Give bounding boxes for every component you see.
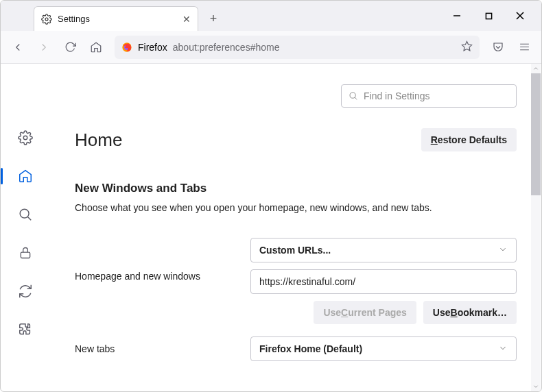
- newtabs-mode-value: Firefox Home (Default): [259, 343, 362, 354]
- main-panel: Find in Settings Home Restore Defaults N…: [50, 64, 541, 391]
- maximize-button[interactable]: [473, 5, 504, 27]
- svg-point-15: [350, 93, 355, 98]
- newtabs-label: New tabs: [75, 343, 239, 354]
- close-window-button[interactable]: [504, 5, 536, 27]
- section-description: Choose what you see when you open your h…: [75, 202, 517, 213]
- bookmark-star-icon[interactable]: [461, 40, 473, 54]
- svg-point-12: [20, 209, 29, 218]
- home-button[interactable]: [84, 36, 108, 59]
- newtabs-mode-select[interactable]: Firefox Home (Default): [250, 336, 517, 361]
- use-bookmark-button[interactable]: Use Bookmark…: [423, 301, 517, 324]
- svg-marker-7: [462, 41, 471, 50]
- titlebar: Settings ✕ +: [1, 1, 541, 31]
- gear-icon: [41, 14, 52, 25]
- sidebar-item-sync[interactable]: [16, 282, 35, 301]
- scroll-down-arrow[interactable]: [531, 382, 541, 391]
- svg-rect-14: [21, 252, 30, 258]
- search-icon: [349, 91, 358, 101]
- sidebar-item-general[interactable]: [16, 128, 35, 147]
- back-button[interactable]: [6, 36, 30, 59]
- reload-button[interactable]: [58, 36, 82, 59]
- homepage-mode-value: Custom URLs...: [259, 245, 331, 256]
- sidebar-item-home[interactable]: [16, 167, 35, 186]
- section-title: New Windows and Tabs: [75, 182, 517, 195]
- url-bar[interactable]: Firefox about:preferences#home: [115, 36, 480, 59]
- tabstrip: Settings ✕ +: [1, 1, 441, 31]
- vertical-scrollbar[interactable]: [531, 64, 541, 391]
- svg-point-0: [45, 18, 48, 21]
- sidebar-item-search[interactable]: [16, 205, 35, 224]
- svg-line-13: [27, 217, 31, 220]
- forward-button[interactable]: [32, 36, 56, 59]
- minimize-button[interactable]: [441, 5, 473, 27]
- sidebar-item-privacy[interactable]: [16, 243, 35, 262]
- homepage-url-input[interactable]: [250, 269, 517, 294]
- search-placeholder: Find in Settings: [364, 90, 430, 101]
- window-controls: [441, 1, 541, 31]
- search-input[interactable]: Find in Settings: [341, 84, 517, 108]
- svg-line-16: [355, 97, 357, 99]
- tab-title: Settings: [58, 14, 90, 24]
- new-tab-button[interactable]: +: [202, 8, 224, 29]
- tab-settings[interactable]: Settings ✕: [34, 6, 198, 31]
- scroll-up-arrow[interactable]: [531, 64, 541, 73]
- scrollbar-thumb[interactable]: [531, 73, 541, 195]
- svg-rect-2: [486, 13, 491, 19]
- chevron-down-icon: [498, 343, 508, 355]
- identity-label: Firefox: [138, 42, 167, 53]
- url-text: about:preferences#home: [173, 42, 280, 53]
- svg-point-11: [23, 136, 27, 140]
- restore-defaults-button[interactable]: Restore Defaults: [421, 128, 517, 151]
- chevron-down-icon: [498, 245, 508, 256]
- use-current-pages-button[interactable]: Use Current Pages: [314, 301, 416, 324]
- sidebar-item-extensions[interactable]: [16, 320, 35, 339]
- homepage-mode-select[interactable]: Custom URLs...: [250, 238, 517, 262]
- page-title: Home: [75, 130, 122, 151]
- pocket-button[interactable]: [486, 36, 510, 59]
- navigation-toolbar: Firefox about:preferences#home: [1, 31, 541, 64]
- category-sidebar: [1, 64, 50, 391]
- homepage-label: Homepage and new windows: [75, 238, 239, 282]
- firefox-icon: [121, 42, 132, 53]
- close-tab-icon[interactable]: ✕: [182, 14, 191, 25]
- preferences-content: Find in Settings Home Restore Defaults N…: [1, 64, 541, 391]
- app-menu-button[interactable]: [512, 36, 536, 59]
